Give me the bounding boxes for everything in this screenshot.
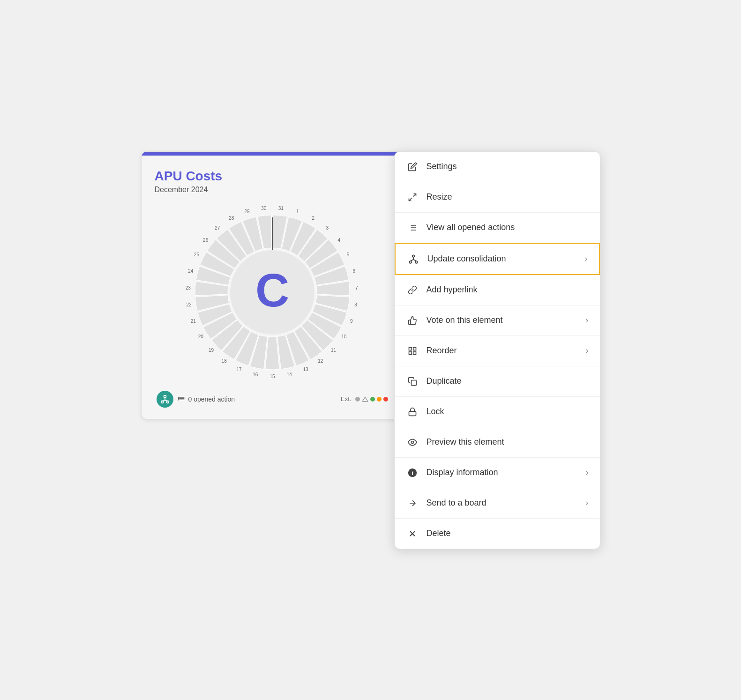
info-icon: i: [406, 466, 419, 479]
menu-item-duplicate[interactable]: Duplicate: [395, 366, 600, 397]
list-icon: [406, 221, 419, 234]
menu-item-lock[interactable]: Lock: [395, 397, 600, 427]
consolidation-badge: [157, 391, 173, 408]
resize-icon: [406, 191, 419, 204]
svg-line-48: [409, 198, 412, 201]
card-subtitle: December 2024: [155, 186, 390, 194]
svg-text:1: 1: [296, 209, 299, 214]
svg-text:18: 18: [221, 358, 227, 364]
send-board-label: Send to a board: [427, 498, 586, 508]
svg-text:5: 5: [346, 252, 349, 257]
svg-text:29: 29: [244, 209, 250, 214]
opened-action-text: 0 opened action: [178, 395, 235, 403]
view-actions-label: View all opened actions: [427, 223, 589, 232]
svg-text:25: 25: [194, 252, 199, 257]
svg-text:19: 19: [208, 347, 214, 352]
svg-line-39: [165, 400, 168, 401]
svg-point-44: [178, 398, 179, 399]
svg-text:C: C: [255, 264, 289, 316]
x-icon: [406, 527, 419, 540]
svg-text:20: 20: [198, 334, 203, 339]
svg-rect-66: [411, 380, 416, 385]
svg-line-47: [413, 194, 416, 196]
svg-text:4: 4: [337, 238, 340, 243]
svg-point-34: [164, 395, 166, 397]
svg-text:7: 7: [355, 285, 358, 290]
card-footer: 0 opened action Ext.: [155, 391, 390, 410]
triangle-icon: [362, 396, 368, 402]
vote-label: Vote on this element: [427, 315, 586, 325]
display-info-chevron-icon: ›: [586, 468, 589, 477]
reorder-label: Reorder: [427, 346, 586, 356]
svg-text:27: 27: [215, 225, 220, 231]
menu-item-display-info[interactable]: i Display information ›: [395, 458, 600, 488]
svg-text:12: 12: [318, 358, 323, 364]
reorder-chevron-icon: ›: [586, 346, 589, 356]
radial-chart: 3112345678910111213141516171819202122232…: [183, 203, 361, 381]
menu-item-reorder[interactable]: Reorder ›: [395, 336, 600, 366]
svg-text:2: 2: [312, 216, 314, 221]
svg-text:10: 10: [341, 334, 347, 339]
menu-item-send-board[interactable]: Send to a board ›: [395, 488, 600, 519]
svg-rect-64: [413, 351, 416, 354]
chart-container: 3112345678910111213141516171819202122232…: [155, 203, 390, 381]
menu-item-delete[interactable]: Delete: [395, 519, 600, 549]
svg-point-56: [409, 261, 412, 263]
menu-item-vote[interactable]: Vote on this element ›: [395, 305, 600, 336]
pencil-icon: [406, 160, 419, 173]
duplicate-label: Duplicate: [427, 376, 589, 386]
svg-text:17: 17: [236, 367, 242, 372]
dot-gray: [355, 397, 360, 402]
svg-text:8: 8: [354, 302, 357, 307]
card-top-bar: [142, 152, 403, 156]
svg-text:6: 6: [352, 268, 355, 273]
svg-text:21: 21: [190, 319, 196, 324]
svg-text:24: 24: [188, 268, 194, 273]
resize-label: Resize: [427, 192, 589, 202]
svg-point-55: [412, 255, 414, 257]
thumbsup-icon: [406, 314, 419, 327]
consolidation-icon: [407, 253, 420, 266]
svg-text:23: 23: [185, 285, 191, 290]
arrow-right-icon: [406, 497, 419, 510]
card-title: APU Costs: [155, 169, 390, 184]
dot-green: [370, 397, 375, 402]
menu-item-add-hyperlink[interactable]: Add hyperlink: [395, 275, 600, 305]
svg-rect-62: [409, 347, 412, 350]
menu-item-settings[interactable]: Settings: [395, 152, 600, 182]
settings-label: Settings: [427, 162, 589, 171]
svg-line-38: [162, 400, 165, 401]
svg-text:28: 28: [229, 216, 234, 221]
svg-text:30: 30: [261, 205, 267, 210]
chevron-right-icon: ›: [585, 254, 588, 264]
svg-text:16: 16: [253, 372, 258, 377]
card-content: APU Costs December 2024 3112345678910111…: [142, 156, 403, 419]
svg-point-57: [415, 261, 418, 263]
update-consolidation-label: Update consolidation: [427, 254, 585, 264]
svg-text:14: 14: [286, 372, 292, 377]
vote-chevron-icon: ›: [586, 315, 589, 325]
apu-costs-card: APU Costs December 2024 3112345678910111…: [141, 151, 404, 419]
footer-left: 0 opened action: [157, 391, 235, 408]
svg-line-59: [410, 259, 413, 261]
dot-red: [383, 397, 388, 402]
add-hyperlink-label: Add hyperlink: [427, 285, 589, 295]
dot-orange: [377, 397, 382, 402]
display-info-label: Display information: [427, 468, 586, 477]
menu-item-update-consolidation[interactable]: Update consolidation ›: [395, 243, 600, 275]
menu-item-resize[interactable]: Resize: [395, 182, 600, 213]
menu-item-preview[interactable]: Preview this element: [395, 427, 600, 458]
lock-icon: [406, 405, 419, 418]
menu-item-view-actions[interactable]: View all opened actions: [395, 213, 600, 243]
svg-text:3: 3: [326, 225, 329, 231]
main-container: APU Costs December 2024 3112345678910111…: [141, 151, 600, 549]
svg-text:13: 13: [303, 367, 308, 372]
context-menu: Settings Resize: [394, 151, 600, 549]
svg-text:31: 31: [278, 205, 284, 210]
svg-rect-63: [413, 347, 416, 350]
lock-label: Lock: [427, 407, 589, 417]
svg-marker-46: [362, 397, 368, 401]
svg-text:22: 22: [186, 302, 192, 307]
svg-text:15: 15: [269, 373, 275, 379]
arrow-annotation: [594, 242, 600, 270]
